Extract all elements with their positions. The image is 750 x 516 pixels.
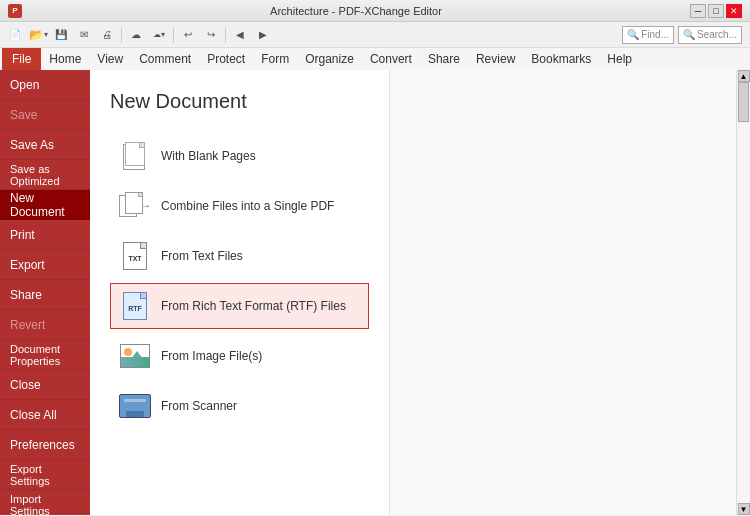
search-label: Search... <box>697 29 737 40</box>
scroll-thumb[interactable] <box>738 82 749 122</box>
scroll-track <box>737 82 750 503</box>
find-label: Find... <box>641 29 669 40</box>
menu-protect[interactable]: Protect <box>199 48 253 70</box>
menu-share[interactable]: Share <box>420 48 468 70</box>
scroll-down-button[interactable]: ▼ <box>738 503 750 515</box>
cloud-down-button[interactable]: ☁▾ <box>148 25 170 45</box>
sidebar-item-new-document[interactable]: New Document <box>0 190 90 220</box>
sidebar-item-print[interactable]: Print <box>0 220 90 250</box>
option-combine[interactable]: → Combine Files into a Single PDF <box>110 183 369 229</box>
option-image[interactable]: From Image File(s) <box>110 333 369 379</box>
sidebar-item-import-settings[interactable]: Import Settings <box>0 490 90 515</box>
content-area: New Document With Blank Pages <box>90 70 750 515</box>
new-document-panel: New Document With Blank Pages <box>90 70 390 515</box>
new-file-button[interactable]: 📄 <box>4 25 26 45</box>
open-button[interactable]: 📂▾ <box>27 25 49 45</box>
menu-organize[interactable]: Organize <box>297 48 362 70</box>
text-label: From Text Files <box>161 249 243 263</box>
rtf-file-icon: RTF <box>119 290 151 322</box>
toolbar-right: 🔍 Find... 🔍 Search... <box>622 26 742 44</box>
menu-form[interactable]: Form <box>253 48 297 70</box>
rtf-label: From Rich Text Format (RTF) Files <box>161 299 346 313</box>
panel-title: New Document <box>110 90 369 113</box>
image-label: From Image File(s) <box>161 349 262 363</box>
menu-home[interactable]: Home <box>41 48 89 70</box>
title-bar: P Architecture - PDF-XChange Editor ─ □ … <box>0 0 750 22</box>
menu-bookmarks[interactable]: Bookmarks <box>523 48 599 70</box>
separator-1 <box>121 27 122 43</box>
option-blank[interactable]: With Blank Pages <box>110 133 369 179</box>
option-text[interactable]: TXT From Text Files <box>110 233 369 279</box>
sidebar-item-save-optimized[interactable]: Save as Optimized <box>0 160 90 190</box>
sidebar: Open Save Save As Save as Optimized New … <box>0 70 90 515</box>
separator-2 <box>173 27 174 43</box>
menu-view[interactable]: View <box>89 48 131 70</box>
scanner-label: From Scanner <box>161 399 237 413</box>
menu-comment[interactable]: Comment <box>131 48 199 70</box>
email-button[interactable]: ✉ <box>73 25 95 45</box>
window-title: Architecture - PDF-XChange Editor <box>22 5 690 17</box>
search-box[interactable]: 🔍 Search... <box>678 26 742 44</box>
menu-bar: File Home View Comment Protect Form Orga… <box>0 48 750 70</box>
sidebar-item-export-settings[interactable]: Export Settings <box>0 460 90 490</box>
forward-button[interactable]: ▶ <box>252 25 274 45</box>
combine-icon: → <box>119 190 151 222</box>
sidebar-item-close[interactable]: Close <box>0 370 90 400</box>
menu-file[interactable]: File <box>2 48 41 70</box>
sidebar-item-share[interactable]: Share <box>0 280 90 310</box>
search-icon: 🔍 <box>683 29 695 40</box>
close-button[interactable]: ✕ <box>726 4 742 18</box>
cloud-button[interactable]: ☁ <box>125 25 147 45</box>
redo-button[interactable]: ↪ <box>200 25 222 45</box>
find-box[interactable]: 🔍 Find... <box>622 26 674 44</box>
scanner-icon <box>119 390 151 422</box>
sidebar-item-revert[interactable]: Revert <box>0 310 90 340</box>
option-scanner[interactable]: From Scanner <box>110 383 369 429</box>
undo-button[interactable]: ↩ <box>177 25 199 45</box>
sidebar-item-preferences[interactable]: Preferences <box>0 430 90 460</box>
sidebar-item-doc-props[interactable]: Document Properties <box>0 340 90 370</box>
find-icon: 🔍 <box>627 29 639 40</box>
blank-page-label: With Blank Pages <box>161 149 256 163</box>
scrollbar-vertical[interactable]: ▲ ▼ <box>736 70 750 515</box>
minimize-button[interactable]: ─ <box>690 4 706 18</box>
toolbar-icons-row: 📄 📂▾ 💾 ✉ 🖨 ☁ ☁▾ ↩ ↪ ◀ ▶ 🔍 Find... 🔍 Sear… <box>0 22 750 48</box>
window-controls: ─ □ ✕ <box>690 4 742 18</box>
main-layout: Open Save Save As Save as Optimized New … <box>0 70 750 515</box>
sidebar-item-open[interactable]: Open <box>0 70 90 100</box>
right-panel <box>390 70 736 515</box>
back-button[interactable]: ◀ <box>229 25 251 45</box>
image-file-icon <box>119 340 151 372</box>
menu-review[interactable]: Review <box>468 48 523 70</box>
save-button[interactable]: 💾 <box>50 25 72 45</box>
blank-page-icon <box>119 140 151 172</box>
separator-3 <box>225 27 226 43</box>
app-icon: P <box>8 4 22 18</box>
scroll-up-button[interactable]: ▲ <box>738 70 750 82</box>
menu-convert[interactable]: Convert <box>362 48 420 70</box>
text-file-icon: TXT <box>119 240 151 272</box>
content-inner: New Document With Blank Pages <box>90 70 750 515</box>
sidebar-item-export[interactable]: Export <box>0 250 90 280</box>
combine-label: Combine Files into a Single PDF <box>161 199 334 213</box>
sidebar-item-save[interactable]: Save <box>0 100 90 130</box>
maximize-button[interactable]: □ <box>708 4 724 18</box>
print-button[interactable]: 🖨 <box>96 25 118 45</box>
sidebar-item-close-all[interactable]: Close All <box>0 400 90 430</box>
sidebar-item-save-as[interactable]: Save As <box>0 130 90 160</box>
option-rtf[interactable]: RTF From Rich Text Format (RTF) Files <box>110 283 369 329</box>
menu-help[interactable]: Help <box>599 48 640 70</box>
